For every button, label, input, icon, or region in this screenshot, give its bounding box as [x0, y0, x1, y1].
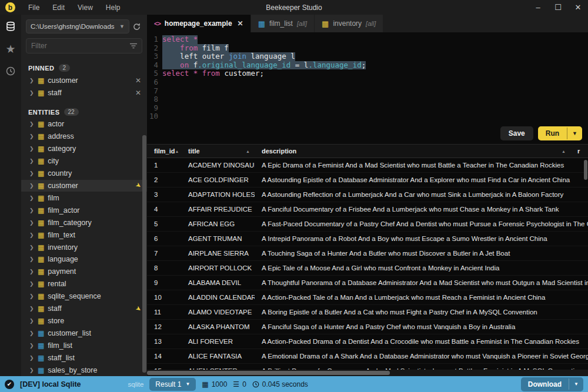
cell-description[interactable]: A Astounding Epistle of a Database Admin…	[255, 176, 588, 183]
run-dropdown-caret-icon[interactable]: ▼	[567, 128, 582, 139]
entity-item[interactable]: ❯ ▦ film_list	[21, 339, 147, 351]
unpin-close-icon[interactable]: ✕	[135, 89, 141, 97]
code-line[interactable]: left outer join language l	[162, 52, 588, 61]
chevron-right-icon[interactable]: ❯	[29, 293, 34, 299]
cell-description[interactable]: A Boring Epistle of a Butler And a Cat w…	[255, 309, 588, 316]
sidebar-scrollbar[interactable]	[142, 135, 146, 373]
cell-title[interactable]: AIRPLANE SIERRA	[181, 250, 255, 257]
download-dropdown-caret-icon[interactable]: ▼	[569, 378, 583, 390]
entity-item[interactable]: ❯ ▦ sqlite_sequence	[21, 290, 147, 303]
cell-description[interactable]: A Thoughtful Panorama of a Database Admi…	[255, 279, 588, 286]
cell-title[interactable]: ADAPTATION HOLES	[181, 191, 255, 198]
code-area[interactable]: select * from film f left outer join lan…	[162, 35, 588, 126]
cell-description[interactable]: A Astounding Reflection of a Lumberjack …	[255, 191, 588, 198]
entity-item[interactable]: ❯ ▦ category	[21, 143, 147, 155]
chevron-right-icon[interactable]: ❯	[29, 318, 34, 324]
chevron-right-icon[interactable]: ❯	[29, 355, 34, 361]
cell-description[interactable]: A Emotional Drama of a A Shark And a Dat…	[255, 353, 588, 360]
entity-item[interactable]: ❯ ▦ customer_list	[21, 327, 147, 339]
database-icon[interactable]	[4, 19, 18, 33]
cell-title[interactable]: ALADDIN CALENDAR	[181, 294, 255, 301]
cell-film-id[interactable]: 8	[147, 264, 181, 272]
menu-edit[interactable]: Edit	[46, 0, 71, 15]
pin-icon[interactable]: ➤	[134, 181, 143, 190]
tab[interactable]: <> homepage_example ✕	[147, 15, 250, 32]
chevron-right-icon[interactable]: ❯	[29, 121, 34, 127]
cell-film-id[interactable]: 1	[147, 162, 181, 169]
entity-item[interactable]: ❯ ▦ language	[21, 253, 147, 266]
chevron-right-icon[interactable]: ❯	[29, 367, 34, 373]
chevron-right-icon[interactable]: ❯	[29, 146, 34, 152]
refresh-icon[interactable]	[133, 23, 142, 31]
chevron-right-icon[interactable]: ❯	[29, 183, 34, 189]
entity-item[interactable]: ❯ ▦ customer ➤	[21, 180, 147, 192]
run-label[interactable]: Run	[538, 126, 567, 140]
sort-asc-icon[interactable]: ▲	[562, 149, 566, 153]
entity-item[interactable]: ❯ ▦ city	[21, 155, 147, 167]
cell-film-id[interactable]: 4	[147, 206, 181, 213]
menu-file[interactable]: File	[22, 0, 46, 15]
pinned-section-header[interactable]: PINNED 2	[21, 58, 147, 74]
pinned-item[interactable]: ❯ ▦ customer ✕	[21, 74, 147, 86]
entity-item[interactable]: ❯ ▦ film_actor	[21, 204, 147, 216]
history-icon[interactable]	[4, 64, 18, 78]
table-row[interactable]: 14 ALICE FANTASIA A Emotional Drama of a…	[147, 349, 588, 364]
cell-film-id[interactable]: 3	[147, 191, 181, 198]
code-line[interactable]	[162, 87, 588, 96]
tab-close-icon[interactable]: ✕	[238, 19, 243, 28]
sql-editor[interactable]: 12345678910 select * from film f left ou…	[147, 32, 588, 126]
cell-film-id[interactable]: 7	[147, 250, 181, 257]
cell-film-id[interactable]: 5	[147, 220, 181, 227]
connection-select[interactable]: C:\Users\ghstng\Downloads ▼	[26, 19, 129, 33]
chevron-right-icon[interactable]: ❯	[29, 170, 34, 176]
chevron-right-icon[interactable]: ❯	[29, 78, 34, 83]
close-button[interactable]: ✕	[568, 0, 588, 15]
cell-title[interactable]: ALASKA PHANTOM	[181, 323, 255, 330]
run-button[interactable]: Run ▼	[538, 126, 582, 140]
chevron-right-icon[interactable]: ❯	[29, 256, 34, 262]
cell-description[interactable]: A Epic Tale of a Moose And a Girl who mu…	[255, 264, 588, 272]
chevron-right-icon[interactable]: ❯	[29, 244, 34, 250]
entity-item[interactable]: ❯ ▦ actor	[21, 118, 147, 130]
entity-item[interactable]: ❯ ▦ address	[21, 130, 147, 143]
chevron-right-icon[interactable]: ❯	[29, 220, 34, 226]
cell-film-id[interactable]: 6	[147, 235, 181, 242]
cell-description[interactable]: A Touching Saga of a Hunter And a Butler…	[255, 250, 588, 257]
entity-item[interactable]: ❯ ▦ film	[21, 192, 147, 204]
cell-title[interactable]: AIRPORT POLLOCK	[181, 264, 255, 272]
chevron-right-icon[interactable]: ❯	[29, 195, 34, 201]
code-line[interactable]: select *	[162, 35, 588, 44]
chevron-right-icon[interactable]: ❯	[29, 343, 34, 349]
save-button[interactable]: Save	[500, 126, 533, 140]
entity-item[interactable]: ❯ ▦ country	[21, 167, 147, 180]
cell-film-id[interactable]: 2	[147, 176, 181, 183]
table-row[interactable]: 11 ALAMO VIDEOTAPE A Boring Epistle of a…	[147, 305, 588, 320]
menu-view[interactable]: View	[71, 0, 99, 15]
table-row[interactable]: 4 AFFAIR PREJUDICE A Fanciful Documentar…	[147, 202, 588, 217]
cell-film-id[interactable]: 9	[147, 279, 181, 286]
code-line[interactable]	[162, 78, 588, 87]
entity-item[interactable]: ❯ ▦ film_category	[21, 216, 147, 229]
cell-title[interactable]: AGENT TRUMAN	[181, 235, 255, 242]
cell-film-id[interactable]: 11	[147, 309, 181, 316]
tab[interactable]: ▦ film_list [all]	[251, 15, 314, 32]
column-header-next-partial[interactable]: r	[570, 148, 588, 155]
cell-title[interactable]: ALICE FANTASIA	[181, 353, 255, 360]
table-row[interactable]: 8 AIRPORT POLLOCK A Epic Tale of a Moose…	[147, 261, 588, 276]
minimize-button[interactable]: –	[528, 0, 548, 15]
chevron-right-icon[interactable]: ❯	[29, 158, 34, 164]
code-line[interactable]: from film f	[162, 44, 588, 53]
cell-film-id[interactable]: 13	[147, 338, 181, 345]
table-row[interactable]: 10 ALADDIN CALENDAR A Action-Packed Tale…	[147, 290, 588, 305]
entity-item[interactable]: ❯ ▦ payment	[21, 266, 147, 278]
cell-title[interactable]: ACE GOLDFINGER	[181, 176, 255, 183]
entity-item[interactable]: ❯ ▦ rental	[21, 278, 147, 290]
chevron-right-icon[interactable]: ❯	[29, 330, 34, 336]
menu-help[interactable]: Help	[99, 0, 127, 15]
entity-item[interactable]: ❯ ▦ staff_list	[21, 351, 147, 364]
chevron-right-icon[interactable]: ❯	[29, 232, 34, 238]
chevron-right-icon[interactable]: ❯	[29, 90, 34, 96]
entities-section-header[interactable]: ENTITIES 22	[21, 102, 147, 118]
download-button[interactable]: Download ▼	[521, 377, 583, 391]
table-row[interactable]: 3 ADAPTATION HOLES A Astounding Reflecti…	[147, 187, 588, 202]
